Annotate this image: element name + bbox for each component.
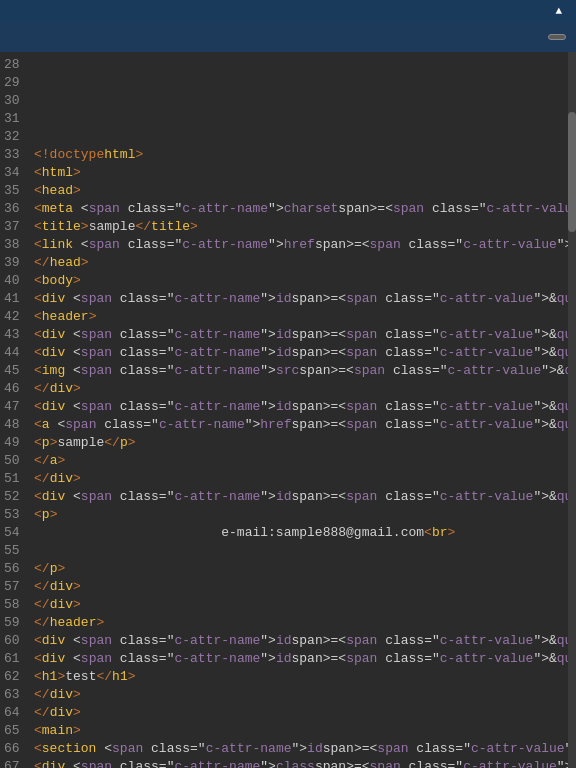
scrollbar-thumb[interactable] [568,112,576,232]
line-number: 48 [4,416,24,434]
line-number: 52 [4,488,24,506]
code-line: </head> [34,254,564,272]
code-line: < meta <span class="c-attr-name">charset… [34,200,564,218]
line-number: 61 [4,650,24,668]
line-number: 44 [4,344,24,362]
code-line: < a <span class="c-attr-name">hrefspan>=… [34,416,564,434]
line-number: 43 [4,326,24,344]
code-editor[interactable]: 2829303132333435363738394041424344454647… [0,52,568,768]
code-line: </div> [34,470,564,488]
line-number: 57 [4,578,24,596]
code-line: < html > [34,164,564,182]
line-number: 29 [4,74,24,92]
line-number: 45 [4,362,24,380]
code-line: < header > [34,308,564,326]
code-line: < section <span class="c-attr-name">idsp… [34,740,564,758]
code-line [34,542,564,560]
code-content[interactable]: < !doctype html >< html >< head > < meta… [30,52,568,768]
line-number: 63 [4,686,24,704]
line-number: 51 [4,470,24,488]
code-line: < main > [34,722,564,740]
code-line: < head > [34,182,564,200]
line-number: 41 [4,290,24,308]
line-number: 55 [4,542,24,560]
code-line: </div> [34,596,564,614]
code-line [34,56,564,74]
code-line: </div> [34,578,564,596]
line-number: 31 [4,110,24,128]
wifi-icon: ▲ [555,5,562,17]
code-line: < div <span class="c-attr-name">idspan>=… [34,344,564,362]
code-line: < h1 >test</h1> [34,668,564,686]
code-line: < div <span class="c-attr-name">idspan>=… [34,650,564,668]
code-line: < div <span class="c-attr-name">idspan>=… [34,488,564,506]
code-line [34,92,564,110]
code-line: </div> [34,686,564,704]
line-number: 50 [4,452,24,470]
code-line: e-mail:sample888@gmail.com< br > [34,524,564,542]
line-number: 65 [4,722,24,740]
code-line [34,74,564,92]
line-number: 28 [4,56,24,74]
code-line: </div> [34,380,564,398]
line-number: 38 [4,236,24,254]
code-line: < title >sample</title> [34,218,564,236]
code-line: < !doctype html > [34,146,564,164]
line-number: 35 [4,182,24,200]
title-bar [0,22,576,52]
code-line: < div <span class="c-attr-name">idspan>=… [34,290,564,308]
code-line: < p >sample</p> [34,434,564,452]
code-line [34,110,564,128]
line-number: 67 [4,758,24,768]
status-bar: ▲ [0,0,576,22]
code-container: 2829303132333435363738394041424344454647… [0,52,576,768]
line-number: 53 [4,506,24,524]
line-number: 66 [4,740,24,758]
code-line: < div <span class="c-attr-name">idspan>=… [34,398,564,416]
code-line: < div <span class="c-attr-name">classspa… [34,758,564,768]
line-number: 59 [4,614,24,632]
line-number: 54 [4,524,24,542]
file-load-button[interactable] [548,34,566,40]
code-line: < div <span class="c-attr-name">idspan>=… [34,326,564,344]
code-line [34,128,564,146]
code-line: </div> [34,704,564,722]
code-line: < body > [34,272,564,290]
line-number: 33 [4,146,24,164]
line-number: 46 [4,380,24,398]
line-number: 47 [4,398,24,416]
line-number: 42 [4,308,24,326]
scrollbar[interactable] [568,52,576,768]
line-number: 34 [4,164,24,182]
code-line: < p > [34,506,564,524]
line-number: 56 [4,560,24,578]
line-number: 62 [4,668,24,686]
line-number: 37 [4,218,24,236]
line-numbers: 2829303132333435363738394041424344454647… [0,52,30,768]
line-number: 40 [4,272,24,290]
code-line: </header> [34,614,564,632]
line-number: 32 [4,128,24,146]
line-number: 30 [4,92,24,110]
line-number: 64 [4,704,24,722]
line-number: 49 [4,434,24,452]
line-number: 36 [4,200,24,218]
code-line: < div <span class="c-attr-name">idspan>=… [34,632,564,650]
code-line: < img <span class="c-attr-name">srcspan>… [34,362,564,380]
code-line: </a> [34,452,564,470]
code-line: < link <span class="c-attr-name">hrefspa… [34,236,564,254]
code-line: </p> [34,560,564,578]
line-number: 60 [4,632,24,650]
line-number: 39 [4,254,24,272]
line-number: 58 [4,596,24,614]
